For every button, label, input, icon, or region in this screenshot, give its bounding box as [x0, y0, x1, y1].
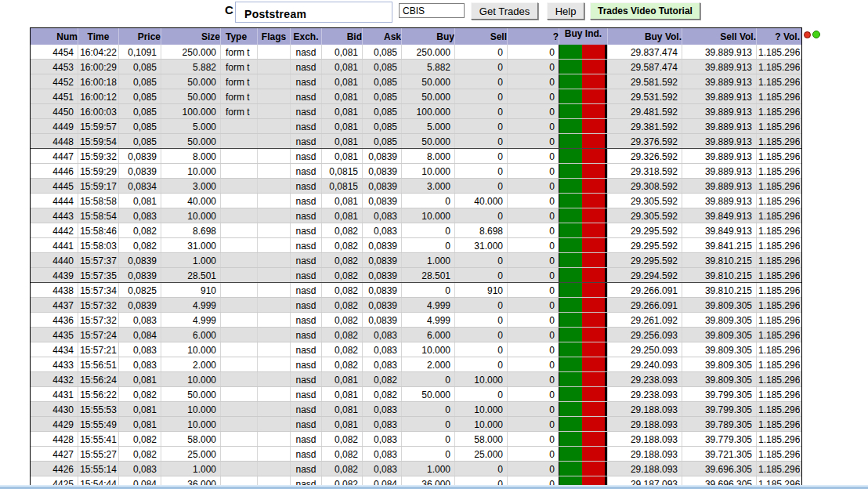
cell-type [220, 357, 257, 371]
trade-row[interactable]: 443615:57:320,0834.999nasd0,0820,08394.9… [31, 313, 801, 328]
cell-buy_vol: 29.238.093 [607, 387, 682, 401]
column-header-price: Price [118, 28, 161, 45]
trade-row[interactable]: 445116:00:120,08550.000form tnasd0,0810,… [31, 89, 801, 104]
buy-indicator-green-bar [559, 119, 582, 133]
cell-q_vol: 1.185.296 [756, 402, 800, 416]
trade-row[interactable]: 442615:55:140,0831.000nasd0,0820,0831.00… [31, 462, 801, 476]
cell-q_vol: 1.185.296 [756, 253, 800, 267]
trade-row[interactable]: 444115:58:030,08231.000nasd0,0820,083903… [31, 238, 801, 253]
cell-flags [257, 194, 290, 208]
cell-type [220, 417, 257, 431]
cell-buy_ind [559, 328, 607, 342]
trade-row[interactable]: 444815:59:540,08550.000nasd0,0810,08550.… [31, 134, 801, 149]
trade-row[interactable]: 444415:58:580,08140.000nasd0,0810,083904… [31, 194, 801, 208]
cell-num: 4433 [31, 357, 78, 371]
buy-indicator-green-bar [559, 179, 582, 193]
buy-indicator-red-bar [582, 134, 605, 148]
trade-row[interactable]: 444615:59:290,083910.000nasd0,08150,0839… [31, 164, 801, 179]
cell-q: 0 [507, 402, 559, 416]
cell-price: 0,085 [118, 60, 161, 74]
buy-indicator-red-bar [582, 208, 605, 223]
trade-row[interactable]: 445416:04:220,1091250.000form tnasd0,081… [31, 45, 801, 60]
cell-sell_vol: 39.696.305 [682, 462, 756, 476]
trade-row[interactable]: 444515:59:170,08343.000nasd0,08150,08393… [31, 179, 801, 194]
cell-num: 4441 [31, 238, 78, 252]
trade-row[interactable]: 442815:55:410,08258.000nasd0,0820,083058… [31, 432, 801, 447]
cell-size: 8.000 [161, 149, 220, 163]
cell-ask: 0,083 [362, 417, 401, 431]
trade-row[interactable]: 442915:55:490,08110.000nasd0,0810,083010… [31, 417, 801, 432]
cell-price: 0,081 [118, 372, 161, 386]
cell-num: 4436 [31, 313, 78, 327]
cell-ask: 0,083 [362, 223, 401, 237]
trade-row[interactable]: 443815:57:340,0825910nasd0,0820,08390910… [31, 283, 801, 298]
cell-price: 0,083 [118, 462, 161, 476]
help-button[interactable]: Help [547, 2, 584, 20]
buy-indicator-red-bar [582, 238, 605, 252]
cell-num: 4437 [31, 298, 78, 312]
cell-ask: 0,083 [362, 402, 401, 416]
cell-time: 15:56:51 [78, 357, 118, 371]
cell-buy: 1.000 [401, 462, 454, 476]
cell-q: 0 [507, 447, 559, 461]
trade-row[interactable]: 444015:57:370,08391.000nasd0,0820,08391.… [31, 253, 801, 268]
cell-flags [257, 164, 290, 178]
buy-indicator-green-bar [559, 298, 582, 312]
cell-size: 100.000 [161, 104, 220, 118]
trade-row[interactable]: 443315:56:510,0832.000nasd0,0820,0832.00… [31, 357, 801, 372]
trade-row[interactable]: 445316:00:290,0855.882form tnasd0,0810,0… [31, 60, 801, 74]
trade-row[interactable]: 443015:55:530,08110.000nasd0,0810,083010… [31, 402, 801, 417]
trade-row[interactable]: 445216:00:180,08550.000form tnasd0,0810,… [31, 74, 801, 89]
column-header-time: Time [78, 28, 118, 45]
cell-buy_ind [559, 194, 607, 208]
trade-row[interactable]: 442715:55:270,08225.000nasd0,0820,083025… [31, 447, 801, 462]
cell-ask: 0,085 [362, 74, 401, 89]
buy-indicator-red-bar [582, 164, 605, 178]
cell-size: 50.000 [161, 134, 220, 148]
cell-q: 0 [507, 238, 559, 252]
cell-q: 0 [507, 45, 559, 59]
cell-sell_vol: 39.889.913 [682, 179, 756, 193]
cell-buy_ind [559, 45, 607, 59]
buy-indicator-green-bar [559, 194, 582, 208]
cell-sell: 10.000 [454, 372, 507, 386]
cell-flags [257, 402, 290, 416]
cell-exch: nasd [290, 253, 321, 267]
cell-flags [257, 89, 290, 103]
cell-flags [257, 149, 290, 163]
get-trades-button[interactable]: Get Trades [471, 2, 538, 20]
trades-video-tutorial-button[interactable]: Trades Video Tutorial [590, 2, 700, 20]
cell-exch: nasd [290, 179, 321, 193]
cell-exch: nasd [290, 149, 321, 163]
cell-q: 0 [507, 357, 559, 371]
cell-buy: 2.000 [401, 357, 454, 371]
trade-row[interactable]: 443415:57:210,08310.000nasd0,0820,08310.… [31, 342, 801, 357]
trade-row[interactable]: 443915:57:350,083928.501nasd0,0820,08392… [31, 268, 801, 283]
cell-size: 10.000 [161, 417, 220, 431]
symbol-input[interactable] [399, 3, 465, 18]
trade-row[interactable]: 444915:59:570,0855.000nasd0,0810,0855.00… [31, 119, 801, 134]
cell-sell: 58.000 [454, 432, 507, 446]
trade-row[interactable]: 444315:58:540,08310.000nasd0,0810,08310.… [31, 208, 801, 223]
cell-buy_ind [559, 238, 607, 252]
cell-exch: nasd [290, 60, 321, 74]
cell-ask: 0,0839 [362, 283, 401, 297]
cell-size: 4.999 [161, 313, 220, 327]
trade-row[interactable]: 443515:57:240,0846.000nasd0,0820,0836.00… [31, 328, 801, 342]
trade-row[interactable]: 444215:58:460,0828.698nasd0,0820,08308.6… [31, 223, 801, 238]
cell-sell_vol: 39.809.305 [682, 357, 756, 371]
buy-indicator-green-bar [559, 447, 582, 461]
cell-type: form t [220, 89, 257, 103]
trade-row[interactable]: 445016:00:030,085100.000form tnasd0,0810… [31, 104, 801, 119]
buy-indicator-green-bar [559, 313, 582, 327]
trade-row[interactable]: 443715:57:320,08394.999nasd0,0820,08394.… [31, 298, 801, 313]
trade-row[interactable]: 444715:59:320,08398.000nasd0,0810,08398.… [31, 149, 801, 164]
cell-buy_vol: 29.295.592 [607, 238, 682, 252]
cell-time: 15:59:57 [78, 119, 118, 133]
cell-buy_vol: 29.587.474 [607, 60, 682, 74]
cell-sell_vol: 39.779.305 [682, 432, 756, 446]
trade-row[interactable]: 443215:56:240,08110.000nasd0,0810,082010… [31, 372, 801, 387]
cell-sell_vol: 39.889.913 [682, 149, 756, 163]
trade-row[interactable]: 443115:56:220,08250.000nasd0,0810,08250.… [31, 387, 801, 402]
cell-bid: 0,082 [321, 328, 362, 342]
